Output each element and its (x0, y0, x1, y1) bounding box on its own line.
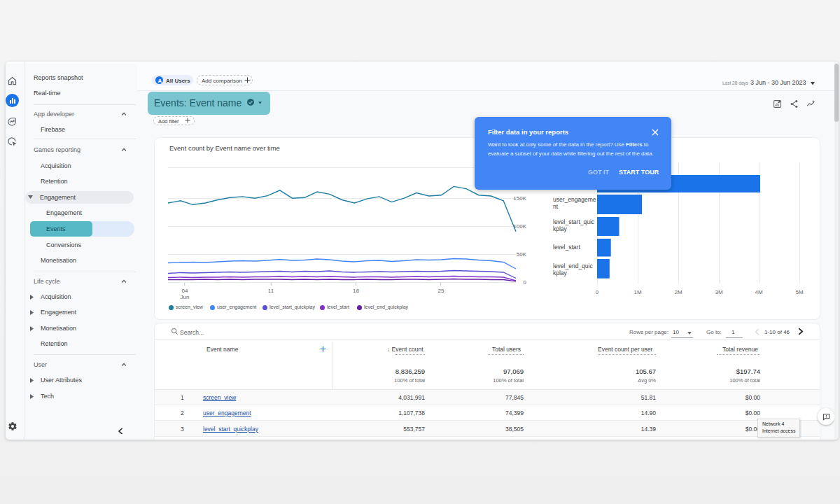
svg-text:2M: 2M (674, 289, 682, 295)
svg-text:nt: nt (553, 203, 559, 210)
svg-text:1M: 1M (634, 289, 641, 295)
svg-text:18: 18 (353, 288, 359, 294)
svg-text:100K: 100K (513, 223, 526, 230)
svg-text:3M: 3M (715, 289, 722, 295)
svg-text:level_end_quic: level_end_quic (553, 262, 593, 270)
svg-text:level_start_quic: level_start_quic (553, 218, 595, 225)
svg-text:user_engageme: user_engageme (553, 196, 596, 203)
svg-text:0: 0 (596, 289, 599, 295)
svg-text:50K: 50K (517, 251, 527, 258)
svg-text:11: 11 (268, 288, 274, 294)
svg-text:25: 25 (438, 288, 444, 294)
svg-text:kplay: kplay (553, 270, 568, 276)
svg-text:4M: 4M (755, 289, 762, 295)
svg-text:Jun: Jun (181, 294, 190, 300)
svg-text:04: 04 (182, 288, 188, 294)
svg-text:5M: 5M (795, 289, 803, 295)
svg-text:level_start: level_start (553, 244, 580, 251)
svg-text:0: 0 (524, 279, 527, 286)
svg-text:kplay: kplay (553, 225, 568, 232)
svg-text:150K: 150K (513, 195, 526, 202)
